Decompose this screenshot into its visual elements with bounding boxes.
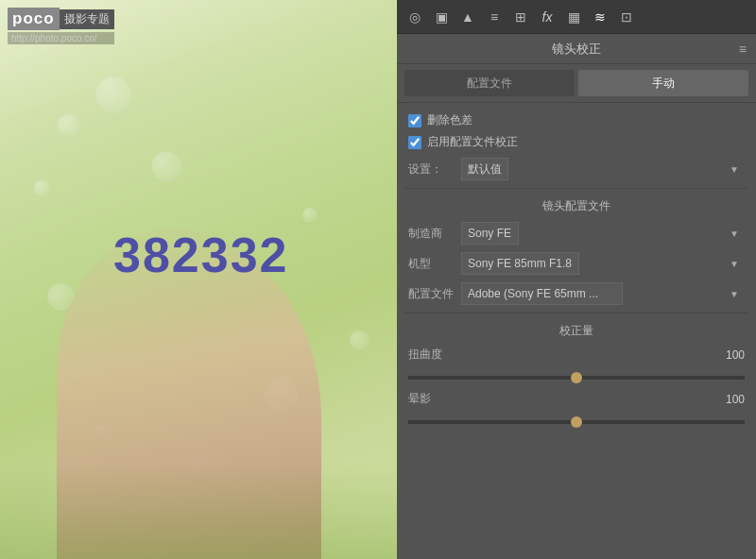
profile-file-label: 配置文件	[408, 286, 454, 302]
right-panel: ◎ ▣ ▲ ≡ ⊞ fx ▦ ≋ ⊡ 镜头校正 ≡ 配置文件 手动 删除色差 启…	[397, 0, 756, 559]
panel-header: 镜头校正 ≡	[397, 34, 756, 64]
hsl-icon[interactable]: ⊞	[510, 7, 531, 27]
divider-1	[404, 188, 748, 189]
distortion-label: 扭曲度	[408, 347, 442, 363]
divider-2	[404, 313, 748, 313]
settings-select-wrapper: 默认值 ▼	[461, 158, 745, 180]
vignette-label: 晕影	[408, 391, 442, 407]
bubble	[151, 151, 181, 181]
ground	[0, 465, 397, 559]
vignette-value: 100	[716, 393, 745, 406]
manufacturer-label: 制造商	[408, 226, 454, 242]
panel-title: 镜头校正	[552, 41, 601, 58]
histogram-icon[interactable]: ◎	[404, 7, 425, 27]
sliders-icon[interactable]: ≡	[484, 7, 505, 27]
lens-profile-section: 镜头配置文件 制造商 Sony FE Canon Nikon Sigma ▼ 机…	[404, 198, 748, 305]
model-label: 机型	[408, 256, 454, 272]
detail-icon[interactable]: ▦	[563, 7, 584, 27]
vignette-section: 晕影 100	[408, 391, 745, 428]
settings-row: 设置： 默认值 ▼	[408, 158, 745, 180]
photo-panel: 382332 poco 摄影专题 http://photo.poco.cn/	[0, 0, 397, 559]
profile-file-select[interactable]: Adobe (Sony FE 65mm ... Adobe (Sony FE 8…	[461, 282, 623, 305]
checkbox-section: 删除色差 启用配置文件校正	[404, 112, 748, 150]
correction-title: 校正量	[404, 323, 748, 339]
settings-label: 设置：	[408, 161, 454, 178]
curves-icon[interactable]: ▲	[457, 7, 478, 27]
bubble	[57, 113, 80, 137]
watermark-number: 382332	[113, 227, 289, 283]
settings-select-arrow: ▼	[730, 164, 739, 175]
remove-ca-checkbox[interactable]	[408, 114, 421, 127]
poco-url: http://photo.poco.cn/	[8, 32, 114, 44]
distortion-slider[interactable]	[408, 376, 745, 380]
panel-menu-icon[interactable]: ≡	[739, 42, 747, 57]
manufacturer-arrow: ▼	[730, 229, 739, 239]
poco-brand: poco	[8, 8, 60, 30]
poco-logo: poco 摄影专题 http://photo.poco.cn/	[8, 8, 114, 44]
use-profile-checkbox[interactable]	[408, 136, 421, 149]
remove-ca-label: 删除色差	[427, 112, 472, 128]
profile-file-arrow: ▼	[730, 289, 739, 299]
lens-profile-title: 镜头配置文件	[404, 198, 748, 214]
grid-icon[interactable]: ▣	[431, 7, 452, 27]
tab-profile[interactable]: 配置文件	[404, 70, 575, 96]
calibration-icon[interactable]: ⊡	[616, 7, 637, 27]
use-profile-label: 启用配置文件校正	[427, 134, 518, 150]
tab-manual[interactable]: 手动	[578, 70, 748, 96]
distortion-section: 扭曲度 100	[408, 347, 745, 383]
correction-section: 校正量 扭曲度 100 晕影 100	[404, 323, 748, 428]
fx-icon[interactable]: fx	[537, 7, 558, 27]
manufacturer-select[interactable]: Sony FE Canon Nikon Sigma	[461, 222, 519, 245]
model-select-wrapper: Sony FE 85mm F1.8 Sony FE 50mm F1.8 Sony…	[461, 252, 745, 275]
settings-select[interactable]: 默认值	[461, 158, 508, 180]
content-area: 删除色差 启用配置文件校正 设置： 默认值 ▼ 镜头配置文件 制造商	[397, 103, 756, 559]
bubble	[94, 76, 132, 113]
distortion-value: 100	[716, 348, 745, 362]
model-select[interactable]: Sony FE 85mm F1.8 Sony FE 50mm F1.8 Sony…	[461, 252, 579, 275]
vignette-slider[interactable]	[408, 420, 745, 424]
toolbar: ◎ ▣ ▲ ≡ ⊞ fx ▦ ≋ ⊡	[397, 0, 756, 34]
bubble	[33, 179, 50, 196]
bubble	[350, 330, 369, 349]
vignette-row: 晕影 100	[408, 391, 745, 407]
bubble	[302, 208, 317, 222]
distortion-row: 扭曲度 100	[408, 347, 745, 363]
model-row: 机型 Sony FE 85mm F1.8 Sony FE 50mm F1.8 S…	[408, 252, 745, 275]
profile-file-select-wrapper: Adobe (Sony FE 65mm ... Adobe (Sony FE 8…	[461, 282, 745, 305]
lens-icon[interactable]: ≋	[590, 7, 610, 27]
manufacturer-row: 制造商 Sony FE Canon Nikon Sigma ▼	[408, 222, 745, 245]
model-arrow: ▼	[730, 259, 739, 269]
remove-ca-row: 删除色差	[408, 112, 745, 128]
tabs-container: 配置文件 手动	[397, 64, 756, 103]
use-profile-row: 启用配置文件校正	[408, 134, 745, 150]
poco-category: 摄影专题	[60, 9, 114, 29]
manufacturer-select-wrapper: Sony FE Canon Nikon Sigma ▼	[461, 222, 745, 245]
profile-file-row: 配置文件 Adobe (Sony FE 65mm ... Adobe (Sony…	[408, 282, 745, 305]
